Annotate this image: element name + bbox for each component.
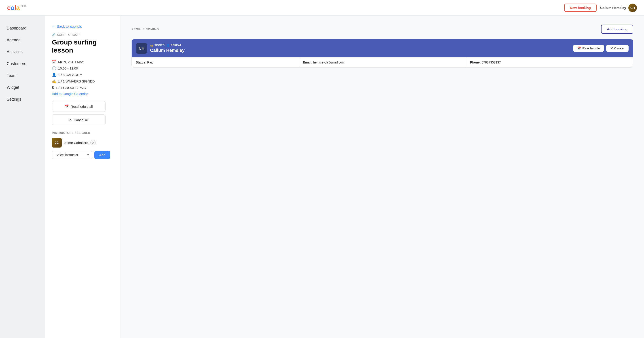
people-header: PEOPLE COMING Add booking — [132, 24, 633, 34]
cancel-all-button[interactable]: ✕ Cancel all — [52, 114, 106, 125]
phone-cell: Phone: 07887357137 — [466, 58, 633, 67]
clock-icon: 🕙 — [52, 66, 56, 70]
instructor-name: Jaime Caballero — [64, 141, 88, 145]
booking-actions: 📅 Reschedule ✕ Cancel — [573, 45, 628, 52]
back-link[interactable]: ← Back to agenda — [52, 24, 113, 28]
session-time: 🕙 10:00 - 12:00 — [52, 66, 113, 70]
booking-initials: CH — [136, 43, 147, 54]
booking-card-left: CH ✍ SIGNED 👤 REPEAT Callu — [136, 43, 185, 54]
instructors-label: INSTRUCTORS ASSIGNED — [52, 132, 113, 134]
status-cell: Status: Paid — [132, 58, 299, 67]
session-waivers: ✍ 1 / 1 WAIVERS SIGNED — [52, 79, 113, 84]
repeat-icon: 👤 — [166, 44, 170, 47]
sidebar-item-activities[interactable]: Activities — [0, 46, 45, 58]
google-calendar-link[interactable]: Add to Google Calendar — [52, 92, 113, 96]
back-arrow-icon: ← — [52, 24, 56, 28]
session-capacity: 👤 1 / 8 CAPACITY — [52, 73, 113, 77]
add-instructor-button[interactable]: Add — [94, 151, 110, 159]
session-title: Group surfing lesson — [52, 38, 113, 54]
person-icon: 👤 — [52, 73, 56, 77]
layout: Dashboard Agenda Activities Customers Te… — [0, 16, 644, 338]
booking-badges: ✍ SIGNED 👤 REPEAT — [150, 44, 185, 47]
reschedule-all-icon: 📅 — [64, 104, 69, 108]
pound-icon: £ — [52, 86, 54, 90]
calendar-icon: 📅 — [52, 60, 56, 64]
select-wrapper: Select instructor ▼ — [52, 151, 92, 159]
sidebar-item-widget[interactable]: Widget — [0, 82, 45, 94]
reschedule-all-button[interactable]: 📅 Reschedule all — [52, 101, 106, 112]
right-panel: PEOPLE COMING Add booking CH ✍ SIGNED 👤 — [121, 16, 644, 338]
user-name: Callum Hemsley — [600, 6, 626, 10]
sidebar-item-settings[interactable]: Settings — [0, 94, 45, 105]
booking-card: CH ✍ SIGNED 👤 REPEAT Callu — [132, 39, 633, 68]
logo: eola BETA — [7, 4, 26, 12]
reschedule-icon: 📅 — [577, 46, 581, 50]
remove-instructor-button[interactable]: ✕ — [90, 140, 96, 145]
booking-customer-name: Callum Hemsley — [150, 48, 185, 53]
instructors-section: INSTRUCTORS ASSIGNED JC Jaime Caballero … — [52, 132, 113, 159]
booking-card-header: CH ✍ SIGNED 👤 REPEAT Callu — [132, 39, 633, 57]
cancel-all-icon: ✕ — [69, 118, 72, 122]
instructor-item: JC Jaime Caballero ✕ — [52, 138, 113, 148]
instructor-select[interactable]: Select instructor — [52, 151, 92, 159]
header: eola BETA New booking Callum Hemsley CH — [0, 0, 644, 16]
email-cell: Email: hemsleycl@gmail.com — [299, 58, 466, 67]
user-info: Callum Hemsley CH — [600, 4, 637, 12]
booking-card-details: Status: Paid Email: hemsleycl@gmail.com … — [132, 57, 633, 67]
waiver-icon: ✍ — [52, 79, 56, 84]
sidebar-item-agenda[interactable]: Agenda — [0, 34, 45, 46]
signed-badge: ✍ SIGNED — [150, 44, 164, 47]
sidebar-item-customers[interactable]: Customers — [0, 58, 45, 70]
new-booking-button[interactable]: New booking — [564, 4, 596, 12]
header-right: New booking Callum Hemsley CH — [564, 4, 637, 12]
reschedule-button[interactable]: 📅 Reschedule — [573, 45, 604, 52]
avatar-initials: CH — [630, 6, 635, 10]
add-booking-button[interactable]: Add booking — [601, 24, 633, 34]
people-coming-label: PEOPLE COMING — [132, 28, 159, 31]
signed-icon: ✍ — [150, 44, 154, 47]
cancel-icon: ✕ — [610, 46, 613, 50]
session-type: 🔗 SURF - GROUP — [52, 33, 113, 36]
instructor-avatar: JC — [52, 138, 62, 148]
link-icon: 🔗 — [52, 33, 56, 36]
cancel-button[interactable]: ✕ Cancel — [606, 45, 628, 52]
avatar: CH — [628, 4, 637, 12]
sidebar-item-team[interactable]: Team — [0, 70, 45, 82]
session-date: 📅 MON, 28TH MAY — [52, 60, 113, 64]
repeat-badge: 👤 REPEAT — [166, 44, 181, 47]
booking-info: ✍ SIGNED 👤 REPEAT Callum Hemsley — [150, 44, 185, 53]
select-instructor-row: Select instructor ▼ Add — [52, 151, 113, 159]
sidebar: Dashboard Agenda Activities Customers Te… — [0, 16, 45, 338]
instructor-initials: JC — [55, 141, 59, 144]
session-groups-paid: £ 1 / 1 GROUPS PAID — [52, 86, 113, 90]
sidebar-item-dashboard[interactable]: Dashboard — [0, 22, 45, 34]
beta-badge: BETA — [20, 5, 26, 8]
